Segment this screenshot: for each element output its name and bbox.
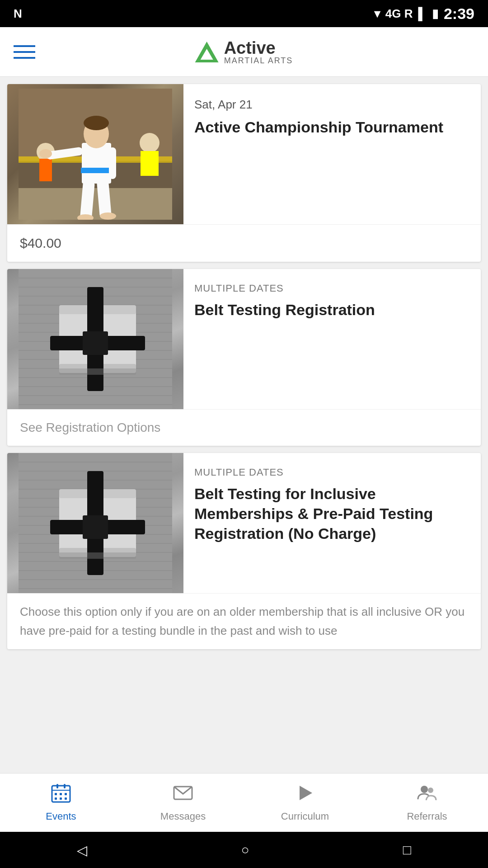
hamburger-line-2 [14,51,35,53]
championship-info: Sat, Apr 21 Active Championship Tourname… [183,84,481,224]
recents-button[interactable]: □ [403,842,411,858]
nav-events-label: Events [46,811,76,822]
logo-active-word: Active [224,39,293,57]
logo: Active MARTIAL ARTS [195,39,293,65]
svg-rect-67 [64,784,66,788]
svg-rect-40 [83,331,108,355]
nav-messages-label: Messages [160,811,206,822]
clock: 2:39 [444,5,474,23]
logo-sub: MARTIAL ARTS [224,57,293,65]
logo-text: Active MARTIAL ARTS [224,39,293,65]
svg-rect-64 [59,552,136,559]
championship-price-row: $40.00 [7,224,481,262]
status-left: N [14,7,22,21]
mail-svg [173,783,193,803]
svg-marker-76 [300,786,312,800]
svg-rect-2 [19,188,172,220]
android-nav-bar: ◁ ○ □ [0,832,488,868]
status-bar: N ▾ 4G R ▌ ▮ 2:39 [0,0,488,27]
belt-testing-options: See Registration Options [20,420,160,434]
belt-background [7,269,183,409]
svg-rect-71 [65,793,67,795]
calendar-icon [51,783,71,807]
card-top-3: MULTIPLE DATES Belt Testing for Inclusiv… [7,453,481,593]
svg-rect-70 [60,793,62,795]
logo-triangle-icon [195,42,219,62]
nav-item-events[interactable]: Events [0,783,122,822]
championship-image [7,84,183,224]
belt-bundle-svg-2 [19,453,172,593]
hamburger-line-3 [14,57,35,59]
inclusive-info: MULTIPLE DATES Belt Testing for Inclusiv… [183,453,481,593]
svg-rect-63 [83,515,108,539]
signal-icon: ▌ [418,7,427,21]
svg-point-77 [421,786,428,793]
belt-testing-title: Belt Testing Registration [194,300,470,320]
inclusive-title: Belt Testing for Inclusive Memberships &… [194,484,470,544]
people-icon [417,783,437,807]
svg-rect-9 [81,168,112,173]
card-top: Sat, Apr 21 Active Championship Tourname… [7,84,481,224]
belt-bundle-svg [19,269,172,409]
karate-background [7,84,183,224]
wifi-icon: ▾ [374,7,380,21]
event-card-championship[interactable]: Sat, Apr 21 Active Championship Tourname… [7,84,481,262]
battery-icon: ▮ [432,7,438,21]
championship-price: $40.00 [20,236,61,250]
back-button[interactable]: ◁ [77,842,87,858]
events-list: Sat, Apr 21 Active Championship Tourname… [0,77,488,773]
people-svg [417,783,437,803]
belt-testing-date: MULTIPLE DATES [194,283,470,294]
inclusive-image [7,453,183,593]
status-right: ▾ 4G R ▌ ▮ 2:39 [374,5,474,23]
svg-rect-8 [82,143,111,184]
svg-point-6 [140,133,160,153]
nav-curriculum-label: Curriculum [281,811,329,822]
svg-point-17 [100,212,116,220]
card-top-2: MULTIPLE DATES Belt Testing Registration [7,269,481,409]
svg-rect-66 [56,784,58,788]
network-label: 4G R [385,7,413,21]
play-icon [295,783,315,807]
svg-point-18 [39,149,52,158]
calendar-svg [51,783,71,803]
svg-point-11 [84,116,109,130]
hamburger-menu[interactable] [14,45,35,59]
svg-rect-74 [65,797,67,800]
championship-date: Sat, Apr 21 [194,98,470,112]
nav-referrals-label: Referrals [407,811,447,822]
mail-icon [173,783,193,807]
championship-title: Active Championship Tournament [194,117,470,137]
hamburger-line-1 [14,45,35,47]
belt-background-2 [7,453,183,593]
svg-rect-69 [55,793,57,795]
inclusive-description: Choose this option only if you are on an… [7,593,481,649]
event-card-belt-testing[interactable]: MULTIPLE DATES Belt Testing Registration… [7,269,481,446]
belt-testing-image [7,269,183,409]
belt-testing-info: MULTIPLE DATES Belt Testing Registration [183,269,481,409]
belt-testing-options-row: See Registration Options [7,409,481,446]
bottom-nav: Events Messages Curriculum Referral [0,773,488,832]
svg-rect-41 [59,368,136,375]
karate-figure-svg [19,89,172,220]
svg-point-78 [428,788,433,793]
svg-rect-73 [60,797,62,800]
nav-item-messages[interactable]: Messages [122,783,244,822]
nav-item-referrals[interactable]: Referrals [366,783,488,822]
app-header: Active MARTIAL ARTS [0,27,488,77]
svg-rect-13 [109,147,116,179]
svg-rect-72 [55,797,57,800]
nav-item-curriculum[interactable]: Curriculum [244,783,366,822]
svg-rect-7 [141,151,159,176]
home-button[interactable]: ○ [241,842,249,858]
svg-rect-5 [39,159,52,181]
event-card-inclusive[interactable]: MULTIPLE DATES Belt Testing for Inclusiv… [7,453,481,649]
app-indicator: N [14,7,22,21]
inclusive-date: MULTIPLE DATES [194,467,470,478]
play-svg [295,783,315,803]
